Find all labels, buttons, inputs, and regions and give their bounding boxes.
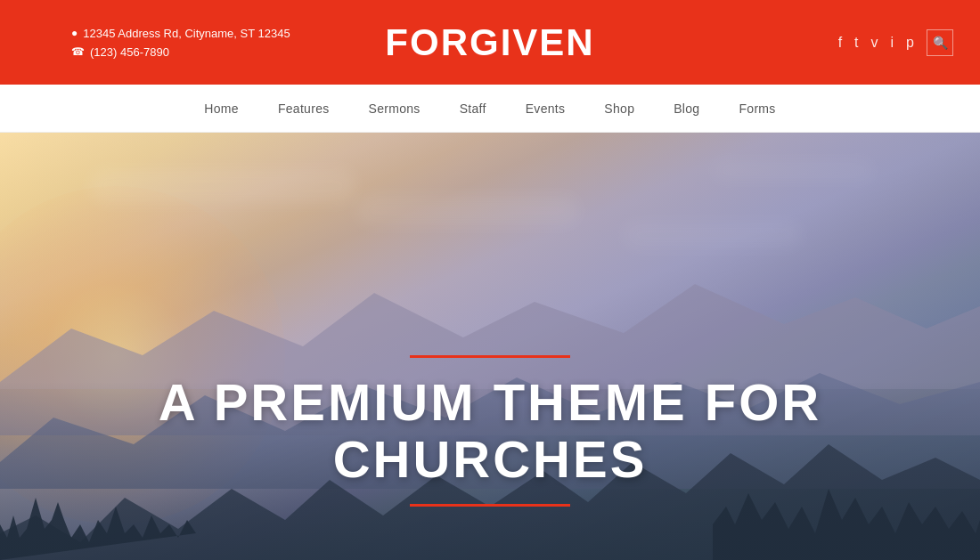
- address-item: ● 12345 Address Rd, Cityname, ST 12345: [71, 27, 290, 40]
- phone-text: (123) 456-7890: [90, 45, 169, 59]
- navigation: Home Features Sermons Staff Events Shop …: [0, 85, 980, 133]
- pinterest-icon[interactable]: p: [906, 35, 914, 51]
- hero-content: A PREMIUM THEME FOR CHURCHES: [0, 355, 980, 507]
- cloud-1: [89, 168, 356, 204]
- nav-events[interactable]: Events: [506, 85, 585, 133]
- nav-shop[interactable]: Shop: [584, 85, 654, 133]
- social-icons: f t v i p 🔍: [838, 29, 953, 56]
- nav-blog[interactable]: Blog: [654, 85, 719, 133]
- nav-menu: Home Features Sermons Staff Events Shop …: [184, 85, 795, 133]
- nav-home[interactable]: Home: [184, 85, 258, 133]
- phone-item: ☎ (123) 456-7890: [71, 45, 290, 59]
- top-bar: ● 12345 Address Rd, Cityname, ST 12345 ☎…: [0, 0, 980, 85]
- location-icon: ●: [71, 27, 78, 39]
- hero-section: A PREMIUM THEME FOR CHURCHES: [0, 133, 980, 560]
- twitter-icon[interactable]: t: [854, 35, 858, 51]
- nav-staff[interactable]: Staff: [440, 85, 506, 133]
- address-text: 12345 Address Rd, Cityname, ST 12345: [83, 27, 290, 40]
- search-button[interactable]: 🔍: [927, 29, 953, 56]
- cloud-2: [356, 195, 579, 226]
- nav-forms[interactable]: Forms: [719, 85, 795, 133]
- search-icon: 🔍: [933, 36, 948, 50]
- hero-line-bottom: [410, 504, 570, 507]
- vimeo-icon[interactable]: v: [871, 35, 878, 51]
- facebook-icon[interactable]: f: [838, 35, 842, 51]
- instagram-icon[interactable]: i: [891, 35, 894, 51]
- nav-features[interactable]: Features: [258, 85, 349, 133]
- cloud-4: [713, 159, 873, 182]
- contact-info: ● 12345 Address Rd, Cityname, ST 12345 ☎…: [71, 27, 290, 59]
- site-title[interactable]: FORGIVEN: [385, 21, 594, 64]
- cloud-3: [624, 222, 802, 248]
- hero-line-top: [410, 355, 570, 358]
- phone-icon: ☎: [71, 45, 85, 58]
- hero-title: A PREMIUM THEME FOR CHURCHES: [36, 374, 944, 488]
- nav-sermons[interactable]: Sermons: [349, 85, 440, 133]
